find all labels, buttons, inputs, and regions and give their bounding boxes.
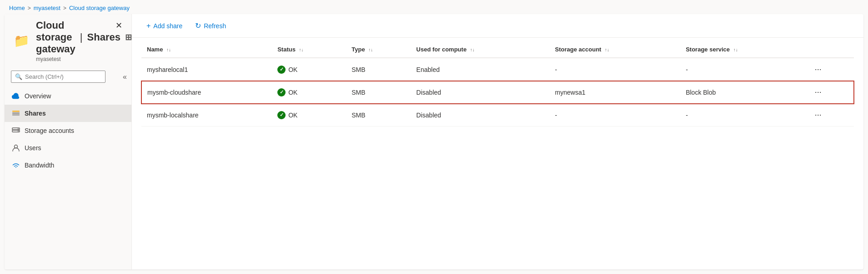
table-row[interactable]: mysmb-localshare OK SMBDisabled--···	[141, 104, 854, 127]
cell-name: mysmb-cloudshare	[141, 81, 272, 104]
sidebar-label-storage-accounts: Storage accounts	[25, 127, 74, 134]
content-area: + Add share ↻ Refresh Name ↑↓	[132, 14, 863, 269]
page-header: 📁 Cloud storage gateway | Shares ⊞ myase…	[5, 14, 131, 66]
status-text: OK	[288, 66, 297, 73]
sidebar-item-overview[interactable]: Overview	[5, 87, 131, 105]
shares-icon	[12, 109, 20, 117]
cell-status: OK	[272, 58, 346, 81]
table-row[interactable]: mysmb-cloudshare OK SMBDisabledmynewsa1B…	[141, 81, 854, 104]
sidebar-item-shares[interactable]: Shares	[5, 105, 131, 122]
refresh-label: Refresh	[204, 22, 226, 30]
collapse-sidebar-button[interactable]: «	[121, 71, 129, 83]
wifi-icon	[12, 161, 20, 169]
cell-type: SMB	[346, 81, 411, 104]
breadcrumb-cloud-storage-gateway[interactable]: Cloud storage gateway	[69, 5, 130, 11]
sidebar-nav: Overview Shares	[5, 87, 131, 174]
sidebar-label-overview: Overview	[25, 92, 51, 100]
sort-icon-compute: ↑↓	[470, 47, 475, 52]
user-icon	[12, 144, 20, 152]
col-status[interactable]: Status ↑↓	[272, 41, 346, 58]
cell-more-actions[interactable]: ···	[807, 81, 854, 104]
col-type[interactable]: Type ↑↓	[346, 41, 411, 58]
add-icon: +	[146, 22, 151, 30]
breadcrumb-sep-1: >	[28, 5, 31, 11]
search-icon: 🔍	[15, 73, 22, 80]
status-ok-icon	[277, 111, 286, 119]
cell-used-for-compute: Disabled	[411, 104, 550, 127]
breadcrumb-sep-2: >	[63, 5, 66, 11]
search-row: 🔍 «	[5, 66, 131, 87]
sidebar-label-bandwidth: Bandwidth	[25, 162, 54, 169]
sidebar-label-shares: Shares	[25, 110, 46, 117]
refresh-icon: ↻	[195, 21, 201, 30]
cell-used-for-compute: Disabled	[411, 81, 550, 104]
sidebar: 📁 Cloud storage gateway | Shares ⊞ myase…	[5, 14, 132, 269]
refresh-button[interactable]: ↻ Refresh	[190, 19, 231, 33]
svg-rect-3	[12, 115, 20, 116]
sidebar-label-users: Users	[25, 144, 41, 152]
sort-icon-name: ↑↓	[166, 47, 171, 52]
col-used-for-compute[interactable]: Used for compute ↑↓	[411, 41, 550, 58]
sort-icon-type: ↑↓	[368, 47, 373, 52]
storage-icon	[12, 127, 20, 135]
breadcrumb-home[interactable]: Home	[9, 5, 25, 11]
table-header-row: Name ↑↓ Status ↑↓ Type ↑↓	[141, 41, 854, 58]
cloud-icon	[12, 92, 20, 100]
pin-icon[interactable]: ⊞	[125, 32, 132, 42]
cell-name: mysmb-localshare	[141, 104, 272, 127]
table-row[interactable]: mysharelocal1 OK SMBEnabled--···	[141, 58, 854, 81]
col-storage-service[interactable]: Storage service ↑↓	[680, 41, 807, 58]
status-text: OK	[288, 89, 297, 96]
cell-status: OK	[272, 104, 346, 127]
cell-storage-service: -	[680, 104, 807, 127]
status-ok-icon	[277, 88, 286, 96]
folder-icon: 📁	[14, 35, 30, 47]
status-ok-icon	[277, 66, 286, 74]
cell-type: SMB	[346, 58, 411, 81]
cell-more-actions[interactable]: ···	[807, 58, 854, 81]
sort-icon-storage-service: ↑↓	[733, 47, 738, 52]
svg-rect-2	[12, 114, 20, 115]
shares-table: Name ↑↓ Status ↑↓ Type ↑↓	[141, 41, 854, 127]
resource-subtitle: myasetest	[36, 56, 132, 62]
svg-point-7	[18, 131, 19, 132]
cell-storage-account: mynewsa1	[550, 81, 681, 104]
cell-storage-service: Block Blob	[680, 81, 807, 104]
sort-icon-storage-account: ↑↓	[605, 47, 609, 52]
svg-rect-1	[12, 112, 20, 113]
cell-storage-service: -	[680, 58, 807, 81]
toolbar: + Add share ↻ Refresh	[132, 14, 863, 38]
breadcrumb-myasetest[interactable]: myasetest	[34, 5, 60, 11]
shares-table-area: Name ↑↓ Status ↑↓ Type ↑↓	[132, 38, 863, 269]
col-actions	[807, 41, 854, 58]
search-input[interactable]	[25, 73, 101, 80]
cell-used-for-compute: Enabled	[411, 58, 550, 81]
sort-icon-status: ↑↓	[299, 47, 304, 52]
cell-storage-account: -	[550, 58, 681, 81]
col-name[interactable]: Name ↑↓	[141, 41, 272, 58]
svg-rect-0	[12, 111, 20, 112]
sidebar-item-storage-accounts[interactable]: Storage accounts	[5, 122, 131, 139]
more-actions-button[interactable]: ···	[812, 64, 824, 75]
breadcrumb: Home > myasetest > Cloud storage gateway	[0, 0, 868, 14]
cell-type: SMB	[346, 104, 411, 127]
col-storage-account[interactable]: Storage account ↑↓	[550, 41, 681, 58]
cell-status: OK	[272, 81, 346, 104]
cell-storage-account: -	[550, 104, 681, 127]
cell-more-actions[interactable]: ···	[807, 104, 854, 127]
cell-name: mysharelocal1	[141, 58, 272, 81]
sidebar-item-bandwidth[interactable]: Bandwidth	[5, 157, 131, 174]
sidebar-item-users[interactable]: Users	[5, 139, 131, 157]
search-box[interactable]: 🔍	[11, 71, 105, 83]
status-text: OK	[288, 112, 297, 119]
add-share-label: Add share	[153, 22, 182, 30]
add-share-button[interactable]: + Add share	[141, 19, 188, 33]
svg-point-6	[18, 128, 19, 129]
more-actions-button[interactable]: ···	[812, 109, 824, 121]
more-actions-button[interactable]: ···	[812, 86, 824, 98]
close-button[interactable]: ✕	[115, 21, 122, 30]
